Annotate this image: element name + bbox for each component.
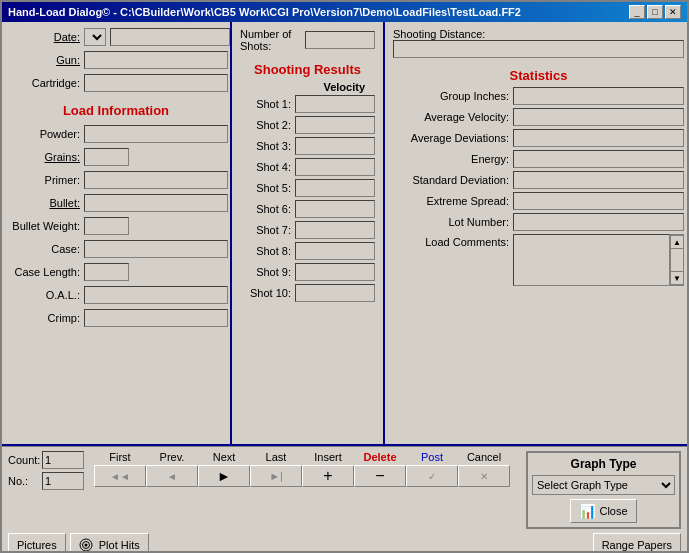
shot-2-input[interactable]	[295, 116, 375, 134]
load-comments-label: Load Comments:	[393, 234, 513, 248]
range-papers-button[interactable]: Range Papers	[593, 533, 681, 551]
post-nav-label: Post	[406, 451, 458, 463]
bullet-row: Bullet:	[10, 194, 222, 212]
insert-nav-label: Insert	[302, 451, 354, 463]
middle-panel: Number of Shots: Shooting Results Veloci…	[232, 22, 385, 444]
grains-input[interactable]	[84, 148, 129, 166]
prev-button[interactable]: ◄	[146, 465, 198, 487]
left-panel: Date: ▼ Gun: Cartridge: Load Information	[2, 22, 232, 444]
crimp-input[interactable]	[84, 309, 228, 327]
shot-6-input[interactable]	[295, 200, 375, 218]
shot-row-2: Shot 2:	[240, 116, 375, 134]
case-length-row: Case Length:	[10, 263, 222, 281]
graph-type-title: Graph Type	[532, 457, 675, 471]
window-close-button[interactable]: ✕	[665, 5, 681, 19]
main-content: Date: ▼ Gun: Cartridge: Load Information	[2, 22, 687, 551]
shot-5-input[interactable]	[295, 179, 375, 197]
num-shots-input[interactable]	[305, 31, 375, 49]
shot-row-4: Shot 4:	[240, 158, 375, 176]
plot-hits-button[interactable]: Plot Hits	[70, 533, 149, 551]
close-graph-icon: 📊	[579, 503, 596, 519]
post-button[interactable]: ✓	[406, 465, 458, 487]
shot-4-input[interactable]	[295, 158, 375, 176]
top-section: Date: ▼ Gun: Cartridge: Load Information	[2, 22, 687, 446]
shot-1-label: Shot 1:	[240, 98, 295, 110]
range-papers-label: Range Papers	[602, 539, 672, 551]
shot-4-label: Shot 4:	[240, 161, 295, 173]
shot-10-label: Shot 10:	[240, 287, 295, 299]
velocity-header: Velocity	[240, 81, 375, 93]
window-title: Hand-Load Dialog© - C:\CBuilder\Work\CB5…	[8, 6, 521, 18]
primer-label: Primer:	[10, 174, 80, 186]
count-row: Count:	[8, 451, 88, 469]
primer-input[interactable]	[84, 171, 228, 189]
minimize-button[interactable]: _	[629, 5, 645, 19]
shot-7-label: Shot 7:	[240, 224, 295, 236]
pictures-button[interactable]: Pictures	[8, 533, 66, 551]
last-button[interactable]: ►|	[250, 465, 302, 487]
avg-deviations-label: Average Deviations:	[393, 132, 513, 144]
graph-type-select[interactable]: Select Graph Type	[532, 475, 675, 495]
close-graph-button[interactable]: 📊 Close	[570, 499, 636, 523]
lot-number-input[interactable]	[513, 213, 684, 231]
count-input[interactable]	[42, 451, 84, 469]
num-shots-row: Number of Shots:	[240, 28, 375, 52]
shot-row-6: Shot 6:	[240, 200, 375, 218]
scroll-down-arrow[interactable]: ▼	[670, 271, 684, 285]
avg-velocity-input[interactable]	[513, 108, 684, 126]
energy-input[interactable]	[513, 150, 684, 168]
case-label: Case:	[10, 243, 80, 255]
shot-1-input[interactable]	[295, 95, 375, 113]
oal-input[interactable]	[84, 286, 228, 304]
no-input[interactable]	[42, 472, 84, 490]
shooting-distance-section: Shooting Distance:	[393, 28, 684, 62]
powder-input[interactable]	[84, 125, 228, 143]
date-input[interactable]	[110, 28, 230, 46]
load-comments-textarea[interactable]	[513, 234, 670, 286]
bullet-input[interactable]	[84, 194, 228, 212]
oal-row: O.A.L.:	[10, 286, 222, 304]
case-length-label: Case Length:	[10, 266, 80, 278]
next-button[interactable]: ►	[198, 465, 250, 487]
insert-button[interactable]: +	[302, 465, 354, 487]
oal-label: O.A.L.:	[10, 289, 80, 301]
avg-deviations-input[interactable]	[513, 129, 684, 147]
shot-9-input[interactable]	[295, 263, 375, 281]
nav-section: First Prev. Next Last Insert Delete Post…	[94, 451, 520, 487]
statistics-title: Statistics	[393, 68, 684, 83]
shot-row-7: Shot 7:	[240, 221, 375, 239]
comments-scrollbar[interactable]: ▲ ▼	[670, 234, 684, 286]
cancel-nav-label: Cancel	[458, 451, 510, 463]
extreme-spread-input[interactable]	[513, 192, 684, 210]
shooting-distance-input[interactable]	[393, 40, 684, 58]
case-input[interactable]	[84, 240, 228, 258]
date-label: Date:	[10, 31, 80, 43]
cartridge-label: Cartridge:	[10, 77, 80, 89]
date-dropdown[interactable]: ▼	[84, 28, 106, 46]
graph-select-row: Select Graph Type	[532, 475, 675, 495]
delete-button[interactable]: −	[354, 465, 406, 487]
lot-number-label: Lot Number:	[393, 216, 513, 228]
title-bar: Hand-Load Dialog© - C:\CBuilder\Work\CB5…	[2, 2, 687, 22]
num-shots-label: Number of Shots:	[240, 28, 301, 52]
cancel-button[interactable]: ✕	[458, 465, 510, 487]
gun-input[interactable]	[84, 51, 228, 69]
grains-row: Grains:	[10, 148, 222, 166]
avg-deviations-row: Average Deviations:	[393, 129, 684, 147]
left-bottom-buttons: Pictures Plot Hits	[8, 533, 149, 551]
cartridge-input[interactable]	[84, 74, 228, 92]
shot-10-input[interactable]	[295, 284, 375, 302]
shot-8-input[interactable]	[295, 242, 375, 260]
shot-row-5: Shot 5:	[240, 179, 375, 197]
graph-type-section: Graph Type Select Graph Type 📊 Close	[526, 451, 681, 529]
maximize-button[interactable]: □	[647, 5, 663, 19]
shot-row-1: Shot 1:	[240, 95, 375, 113]
first-button[interactable]: ◄◄	[94, 465, 146, 487]
std-deviation-input[interactable]	[513, 171, 684, 189]
bullet-weight-input[interactable]	[84, 217, 129, 235]
scroll-up-arrow[interactable]: ▲	[670, 235, 684, 249]
case-length-input[interactable]	[84, 263, 129, 281]
group-inches-input[interactable]	[513, 87, 684, 105]
shot-3-input[interactable]	[295, 137, 375, 155]
shot-7-input[interactable]	[295, 221, 375, 239]
